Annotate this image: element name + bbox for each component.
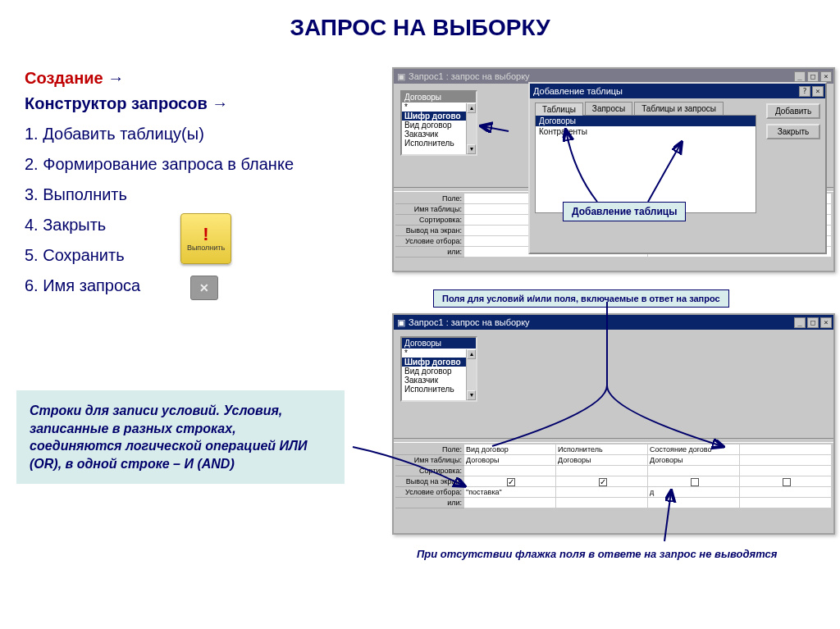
grid-row-labels: Поле: Имя таблицы: Сортировка: Вывод на …: [395, 194, 464, 267]
bottom-caption: При отсутствии флажка поля в ответе на з…: [417, 548, 777, 560]
close-window-button[interactable]: ×: [820, 317, 832, 328]
maximize-button[interactable]: □: [807, 71, 819, 82]
close-icon: ✕: [199, 281, 209, 294]
create-word: Создание: [25, 69, 103, 87]
tab-tables[interactable]: Таблицы: [535, 103, 583, 116]
close-window-button[interactable]: ×: [820, 71, 832, 82]
lbl: Поле:: [395, 444, 464, 455]
dialog-title: Добавление таблицы: [533, 86, 623, 96]
query-window-2: ▣ Запрос1 : запрос на выборку _ □ × Дого…: [392, 313, 835, 535]
lbl: Сортировка:: [395, 466, 464, 476]
exclamation-icon: !: [203, 226, 208, 244]
fld[interactable]: *: [402, 349, 476, 358]
fld[interactable]: Исполнитель: [402, 385, 476, 394]
lbl: Условие отбора:: [395, 236, 464, 247]
maximize-button[interactable]: □: [807, 317, 819, 328]
grid-column[interactable]: Состояние договоДоговорыд: [648, 444, 740, 528]
step-2: 2. Формирование запроса в бланке: [25, 152, 377, 177]
dialog-titlebar[interactable]: Добавление таблицы ? ×: [530, 84, 825, 98]
callout-fields: Поля для условий и/или поля, включаемые …: [433, 289, 729, 308]
lbl: Условие отбора:: [395, 487, 464, 498]
table-field-list-2[interactable]: Договоры * Шифр догово Вид договор Заказ…: [400, 336, 477, 402]
lbl: Имя таблицы:: [395, 455, 464, 466]
show-checkbox[interactable]: [599, 478, 607, 486]
step-3: 3. Выполнить: [25, 182, 377, 207]
fld[interactable]: Вид договор: [402, 367, 476, 376]
arrow-icon: →: [107, 69, 124, 87]
lbl: или:: [395, 247, 464, 258]
constructor-word: Конструктор запросов: [25, 94, 208, 112]
close-dialog-button[interactable]: Закрыть: [766, 124, 820, 139]
tab-both[interactable]: Таблицы и запросы: [634, 102, 724, 115]
window-title-2: Запрос1 : запрос на выборку: [409, 317, 530, 327]
design-grid-2[interactable]: Поле: Имя таблицы: Сортировка: Вывод на …: [395, 444, 832, 528]
window-title-1: Запрос1 : запрос на выборку: [409, 71, 530, 81]
dialog-close-button[interactable]: ×: [812, 86, 824, 97]
list-item[interactable]: Контрагенты: [536, 126, 756, 137]
list-item-selected[interactable]: Договоры: [536, 116, 756, 126]
grid-column[interactable]: Вид договорДоговоры"поставка": [464, 444, 556, 528]
grid-column[interactable]: ИсполнительДоговоры: [556, 444, 648, 528]
execute-button[interactable]: ! Выполнить: [180, 213, 231, 264]
scrollbar[interactable]: ▴▾: [466, 103, 476, 154]
lbl: Сортировка:: [395, 215, 464, 226]
pane-divider[interactable]: [394, 438, 833, 443]
show-checkbox[interactable]: [783, 478, 791, 486]
lbl: Вывод на экран:: [395, 226, 464, 236]
dialog-help-button[interactable]: ?: [799, 86, 810, 97]
add-table-dialog: Добавление таблицы ? × Таблицы Запросы Т…: [528, 82, 827, 254]
fld[interactable]: Заказчик: [402, 130, 476, 139]
fld-selected[interactable]: Шифр догово: [402, 112, 476, 121]
table-field-list-1[interactable]: Договоры * Шифр догово Вид договор Заказ…: [400, 90, 477, 156]
callout-add-table: Добавление таблицы: [563, 202, 686, 221]
tab-queries[interactable]: Запросы: [585, 102, 632, 115]
scrollbar[interactable]: ▴▾: [466, 349, 476, 400]
fld[interactable]: *: [402, 103, 476, 112]
lbl: Поле:: [395, 194, 464, 204]
add-button[interactable]: Добавить: [766, 103, 820, 119]
show-checkbox[interactable]: [507, 478, 515, 486]
page-title: ЗАПРОС НА ВЫБОРКУ: [0, 0, 840, 49]
app-icon: ▣: [397, 71, 405, 82]
close-button[interactable]: ✕: [190, 276, 218, 300]
grid-row-labels: Поле: Имя таблицы: Сортировка: Вывод на …: [395, 444, 464, 528]
minimize-button[interactable]: _: [794, 317, 806, 328]
show-checkbox[interactable]: [691, 478, 699, 486]
grid-column[interactable]: [740, 444, 832, 528]
lbl: Имя таблицы:: [395, 204, 464, 215]
fld[interactable]: Исполнитель: [402, 139, 476, 148]
fld[interactable]: Вид договор: [402, 121, 476, 130]
note-box: Строки для записи условий. Условия, запи…: [16, 390, 345, 484]
table-name-1: Договоры: [402, 92, 476, 103]
execute-label: Выполнить: [187, 244, 225, 252]
step-1: 1. Добавить таблицу(ы): [25, 121, 377, 147]
minimize-button[interactable]: _: [794, 71, 806, 82]
table-name-2: Договоры: [402, 338, 476, 349]
app-icon: ▣: [397, 317, 405, 328]
arrow-icon: →: [212, 94, 228, 112]
lbl: или:: [395, 498, 464, 508]
titlebar-2[interactable]: ▣ Запрос1 : запрос на выборку _ □ ×: [394, 315, 833, 330]
fld-selected[interactable]: Шифр догово: [402, 358, 476, 367]
fld[interactable]: Заказчик: [402, 376, 476, 385]
lbl: Вывод на экран:: [395, 476, 464, 487]
table-list[interactable]: Договоры Контрагенты: [535, 115, 756, 213]
